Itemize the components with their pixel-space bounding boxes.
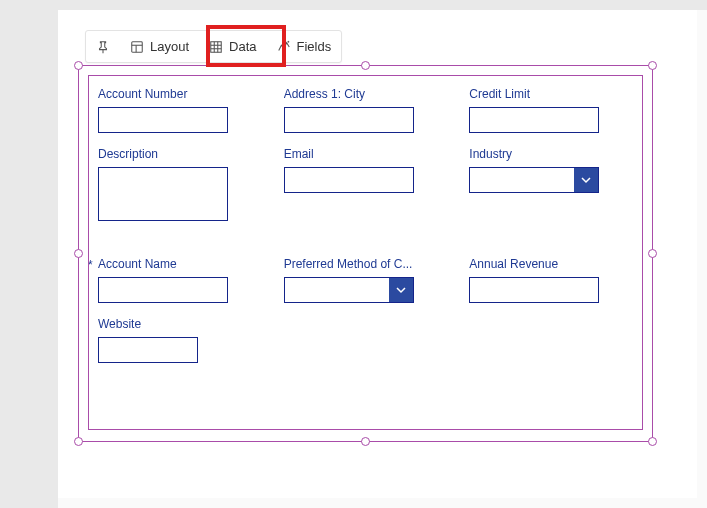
- field-preferred-method: Preferred Method of C...: [284, 257, 440, 303]
- data-tab-label: Data: [229, 39, 256, 54]
- field-label: Industry: [469, 147, 625, 161]
- fields-tab[interactable]: Fields: [267, 31, 342, 62]
- chevron-down-icon: [389, 278, 413, 302]
- field-credit-limit: Credit Limit: [469, 87, 625, 133]
- form-row: Description Email Industry: [98, 147, 625, 221]
- form-card[interactable]: Account Number Address 1: City Credit Li…: [88, 75, 643, 430]
- page-margin-top: [0, 0, 707, 10]
- form-row: Account Number Address 1: City Credit Li…: [98, 87, 625, 133]
- text-input[interactable]: [284, 167, 414, 193]
- field-label: Annual Revenue: [469, 257, 625, 271]
- field-label: Address 1: City: [284, 87, 440, 101]
- layout-icon: [130, 40, 144, 54]
- select-input[interactable]: [469, 167, 599, 193]
- field-email: Email: [284, 147, 440, 221]
- layout-tab-label: Layout: [150, 39, 189, 54]
- textarea-input[interactable]: [98, 167, 228, 221]
- select-input[interactable]: [284, 277, 414, 303]
- page-margin-left: [0, 0, 58, 508]
- pin-button[interactable]: [86, 31, 120, 62]
- form-row: * Account Name Preferred Method of C... …: [98, 257, 625, 303]
- text-input[interactable]: [98, 107, 228, 133]
- pin-icon: [96, 40, 110, 54]
- field-address-city: Address 1: City: [284, 87, 440, 133]
- text-input[interactable]: [469, 277, 599, 303]
- field-label: Account Name: [98, 257, 254, 271]
- text-input[interactable]: [469, 107, 599, 133]
- field-label: Account Number: [98, 87, 254, 101]
- svg-rect-1: [132, 41, 143, 52]
- control-toolbar: Layout Data Fields: [85, 30, 342, 63]
- fields-tab-label: Fields: [297, 39, 332, 54]
- field-label: Website: [98, 317, 258, 331]
- svg-rect-4: [211, 41, 222, 52]
- field-label: Email: [284, 147, 440, 161]
- grid-icon: [209, 40, 223, 54]
- field-industry: Industry: [469, 147, 625, 221]
- field-label: Description: [98, 147, 254, 161]
- layout-tab[interactable]: Layout: [120, 31, 199, 62]
- field-label: Credit Limit: [469, 87, 625, 101]
- text-input[interactable]: [98, 337, 198, 363]
- text-input[interactable]: [284, 107, 414, 133]
- chevron-down-icon: [574, 168, 598, 192]
- field-description: Description: [98, 147, 254, 221]
- fields-icon: [277, 40, 291, 54]
- required-mark: *: [88, 258, 93, 272]
- data-tab[interactable]: Data: [199, 31, 266, 62]
- text-input[interactable]: [98, 277, 228, 303]
- field-website: Website: [98, 317, 258, 363]
- field-annual-revenue: Annual Revenue: [469, 257, 625, 303]
- form-row: Website: [98, 317, 625, 363]
- field-account-name: * Account Name: [98, 257, 254, 303]
- field-label: Preferred Method of C...: [284, 257, 440, 271]
- field-account-number: Account Number: [98, 87, 254, 133]
